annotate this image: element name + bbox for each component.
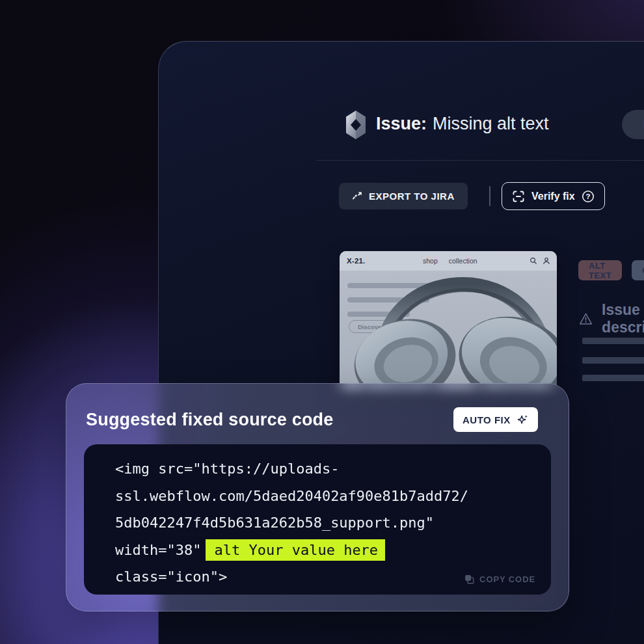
mock-nav-shop: shop	[423, 257, 438, 265]
code-block: <img src="https://uploads- ssl.webflow.c…	[84, 444, 551, 595]
search-icon	[530, 257, 537, 265]
mock-nav-collection: collection	[449, 257, 477, 265]
app-logo-diamond-icon	[343, 111, 368, 139]
auto-fix-label: AUTO FIX	[463, 414, 511, 425]
tag-graphics: GRAPHICS	[632, 260, 644, 280]
scan-icon	[512, 190, 525, 203]
verify-fix-label: Verify fix	[531, 191, 575, 202]
suggested-fix-title: Suggested fixed source code	[86, 410, 334, 430]
skeleton-bar	[582, 357, 644, 364]
code-width-attr: width="38"	[115, 542, 201, 558]
issue-label: Issue:	[376, 114, 427, 133]
skeleton-bar	[582, 375, 644, 381]
mock-site-logo: X-21.	[347, 257, 366, 265]
export-to-jira-button[interactable]: EXPORT TO JIRA	[339, 183, 468, 209]
suggested-fix-card: Suggested fixed source code AUTO FIX <im…	[66, 383, 569, 611]
header-divider	[317, 160, 644, 161]
alt-attribute-highlight: alt Your value here	[206, 539, 385, 561]
sparkle-icon	[517, 414, 529, 426]
issue-description-heading: Issue description	[579, 301, 644, 336]
help-icon[interactable]: ?	[582, 190, 595, 203]
code-line: width="38"alt Your value here	[115, 537, 538, 564]
accessibility-issue-screen: Issue:Missing alt text LEVEL AA EXPORT T…	[0, 0, 644, 644]
mock-site-nav: shop collection	[423, 251, 477, 271]
user-icon	[543, 257, 550, 265]
warning-triangle-icon	[579, 310, 593, 328]
verify-fix-button[interactable]: Verify fix ?	[502, 182, 605, 210]
tag-alt-text: ALT TEXT	[578, 260, 622, 280]
auto-fix-button[interactable]: AUTO FIX	[453, 407, 538, 432]
headphones-product-image	[340, 251, 557, 390]
issue-description-label: Issue description	[602, 301, 644, 336]
skeleton-bar	[582, 338, 644, 344]
svg-text:?: ?	[585, 193, 590, 200]
jira-icon	[352, 191, 362, 202]
copy-icon	[464, 574, 475, 585]
toolbar-divider	[489, 186, 490, 206]
code-line: 5db042247f4d5b631a262b58_support.png"	[115, 509, 538, 537]
copy-code-label: COPY CODE	[479, 574, 535, 584]
source-code: <img src="https://uploads- ssl.webflow.c…	[115, 455, 538, 591]
mock-site-header: X-21. shop collection	[340, 251, 557, 271]
code-line: <img src="https://uploads-	[115, 455, 538, 483]
wcag-level-badge: LEVEL AA	[622, 110, 644, 139]
issue-tags: ALT TEXT GRAPHICS	[578, 260, 644, 280]
issue-preview-image: Discover	[340, 251, 557, 390]
issue-name: Missing alt text	[433, 114, 549, 133]
copy-code-button[interactable]: COPY CODE	[464, 574, 535, 585]
page-title: Issue:Missing alt text	[376, 114, 549, 134]
export-to-jira-label: EXPORT TO JIRA	[369, 191, 455, 202]
code-line: ssl.webflow.com/5daed20402af90e81b7add72…	[115, 483, 538, 510]
